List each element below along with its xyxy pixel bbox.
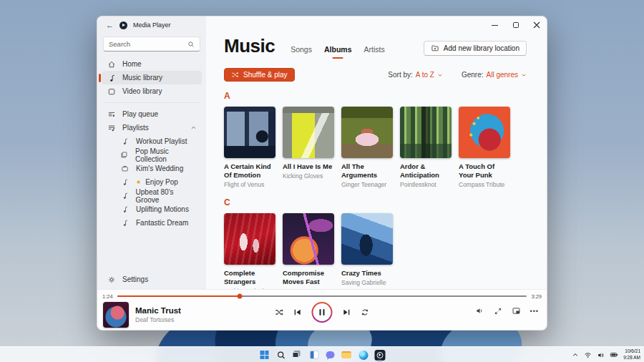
playlist-label: Pop Music Collection bbox=[135, 147, 197, 163]
widgets-button[interactable] bbox=[308, 348, 321, 361]
album-cover[interactable] bbox=[224, 107, 275, 158]
album-cover[interactable] bbox=[341, 213, 393, 265]
pause-button[interactable] bbox=[312, 302, 333, 323]
chevron-down-icon bbox=[437, 72, 443, 78]
add-library-button[interactable]: Add new library location bbox=[424, 41, 527, 56]
shuffle-and-play-label: Shuffle & play bbox=[243, 71, 288, 79]
now-playing-artist: Deaf Tortoises bbox=[135, 316, 181, 323]
media-player-taskbar-button[interactable] bbox=[374, 348, 386, 361]
seek-bar-thumb[interactable] bbox=[238, 294, 243, 299]
playlist-item[interactable]: Pop Music Collection bbox=[102, 148, 202, 162]
sidebar-item-label: Home bbox=[122, 60, 142, 68]
album-card[interactable]: Complete Strangers Corbin Revival bbox=[224, 213, 275, 289]
album-title: Crazy Times bbox=[341, 269, 393, 278]
previous-track-icon[interactable] bbox=[293, 308, 303, 317]
section-letter: C bbox=[224, 197, 527, 207]
album-cover[interactable] bbox=[283, 213, 334, 265]
media-player-app-icon bbox=[374, 350, 385, 361]
sort-label: Sort by: bbox=[388, 71, 412, 79]
speaker-icon[interactable] bbox=[597, 351, 605, 359]
start-button[interactable] bbox=[258, 348, 271, 361]
fullscreen-icon[interactable] bbox=[494, 307, 502, 315]
tab-songs[interactable]: Songs bbox=[291, 45, 312, 59]
sidebar-item-label: Playlists bbox=[122, 124, 149, 132]
more-options-icon[interactable]: ••• bbox=[530, 308, 539, 315]
battery-icon[interactable] bbox=[610, 351, 618, 359]
sidebar-item-music-library[interactable]: Music library bbox=[102, 71, 202, 84]
sidebar-item-home[interactable]: Home bbox=[102, 57, 202, 71]
playlists-icon bbox=[107, 123, 116, 132]
sidebar-divider bbox=[104, 102, 199, 103]
music-note-icon bbox=[120, 205, 130, 214]
next-track-icon[interactable] bbox=[342, 308, 351, 317]
sidebar-item-video-library[interactable]: Video library bbox=[102, 84, 202, 98]
now-playing-title: Manic Trust bbox=[135, 306, 181, 315]
task-view-button[interactable] bbox=[291, 348, 304, 361]
album-card[interactable]: All The Arguments Ginger Teenager bbox=[341, 107, 393, 188]
sparkle-icon: ★ bbox=[136, 179, 141, 185]
taskbar-date: 10/6/21 bbox=[623, 348, 640, 355]
page-title: Music bbox=[224, 35, 275, 57]
album-card[interactable]: A Touch Of Your Punk Compass Tribute bbox=[459, 107, 510, 188]
album-artist: Flight of Venus bbox=[224, 181, 275, 188]
sidebar-item-playlists[interactable]: Playlists bbox=[102, 121, 202, 134]
section-letter: A bbox=[224, 91, 527, 101]
album-card[interactable]: All I Have Is Me Kicking Gloves bbox=[283, 107, 334, 188]
genre-label: Genre: bbox=[462, 71, 484, 79]
seek-bar[interactable] bbox=[117, 295, 527, 298]
close-button[interactable] bbox=[526, 16, 547, 34]
shuffle-icon[interactable] bbox=[275, 308, 284, 317]
taskbar-clock[interactable]: 10/6/21 9:28 AM bbox=[623, 348, 640, 361]
taskbar-search-button[interactable] bbox=[275, 348, 288, 361]
minimize-button[interactable] bbox=[484, 16, 505, 34]
wifi-icon[interactable] bbox=[584, 351, 592, 359]
add-library-label: Add new library location bbox=[444, 44, 519, 52]
tray-chevron-up-icon[interactable] bbox=[572, 351, 579, 358]
playlist-label: Kim's Wedding bbox=[136, 165, 183, 172]
active-app-indicator bbox=[377, 360, 382, 361]
volume-icon[interactable] bbox=[475, 306, 484, 315]
album-card[interactable]: Compromise Moves Fast Pete Brown bbox=[283, 213, 334, 289]
album-title: A Certain Kind Of Emotion bbox=[224, 162, 275, 180]
album-cover[interactable] bbox=[341, 107, 393, 158]
video-icon bbox=[107, 87, 116, 96]
sidebar-item-label: Video library bbox=[122, 87, 162, 95]
edge-button[interactable] bbox=[357, 348, 370, 361]
album-card[interactable]: Ardor & Anticipation Pointlessknot bbox=[400, 107, 452, 188]
chat-icon bbox=[326, 351, 335, 358]
search-input[interactable]: Search bbox=[103, 36, 200, 52]
playlist-item[interactable]: Kim's Wedding bbox=[102, 162, 202, 175]
genre-dropdown[interactable]: Genre: All genres bbox=[462, 71, 527, 79]
album-card[interactable]: Crazy Times Saving Gabrielle bbox=[341, 213, 393, 289]
album-cover[interactable] bbox=[283, 107, 334, 158]
playlist-item[interactable]: Upbeat 80's Groove bbox=[102, 189, 202, 202]
playlist-item[interactable]: Fantastic Dream bbox=[102, 216, 202, 230]
repeat-icon[interactable] bbox=[361, 308, 370, 317]
album-artist: Kicking Gloves bbox=[283, 172, 334, 180]
album-grid-a: A Certain Kind Of Emotion Flight of Venu… bbox=[224, 107, 527, 188]
playlist-item[interactable]: ★ Enjoy Pop bbox=[102, 175, 202, 189]
tab-albums[interactable]: Albums bbox=[324, 45, 352, 59]
player-bar: 1:24 3:29 Manic Trust Deaf Tortoises bbox=[97, 289, 547, 330]
album-cover[interactable] bbox=[224, 213, 275, 265]
sidebar-item-settings[interactable]: Settings bbox=[102, 273, 202, 286]
media-player-logo-icon bbox=[119, 21, 127, 29]
sort-dropdown[interactable]: Sort by: A to Z bbox=[388, 71, 443, 79]
playlist-item[interactable]: Workout Playlist bbox=[102, 134, 202, 148]
shuffle-and-play-button[interactable]: Shuffle & play bbox=[224, 68, 295, 82]
mini-player-icon[interactable] bbox=[512, 306, 521, 315]
playlist-label: Workout Playlist bbox=[136, 137, 187, 145]
sidebar-item-play-queue[interactable]: Play queue bbox=[102, 107, 202, 121]
album-cover[interactable] bbox=[400, 107, 452, 158]
now-playing-art[interactable] bbox=[103, 302, 129, 328]
file-explorer-button[interactable] bbox=[341, 348, 353, 361]
album-card[interactable]: A Certain Kind Of Emotion Flight of Venu… bbox=[224, 107, 275, 188]
album-cover[interactable] bbox=[459, 107, 510, 158]
tab-artists[interactable]: Artists bbox=[364, 45, 384, 59]
back-button[interactable]: ← bbox=[106, 21, 114, 29]
chevron-up-icon[interactable] bbox=[190, 124, 197, 131]
playlist-item[interactable]: Uplifting Motions bbox=[102, 202, 202, 216]
chat-button[interactable] bbox=[324, 348, 337, 361]
play-queue-icon bbox=[107, 109, 116, 119]
maximize-button[interactable] bbox=[505, 16, 526, 34]
